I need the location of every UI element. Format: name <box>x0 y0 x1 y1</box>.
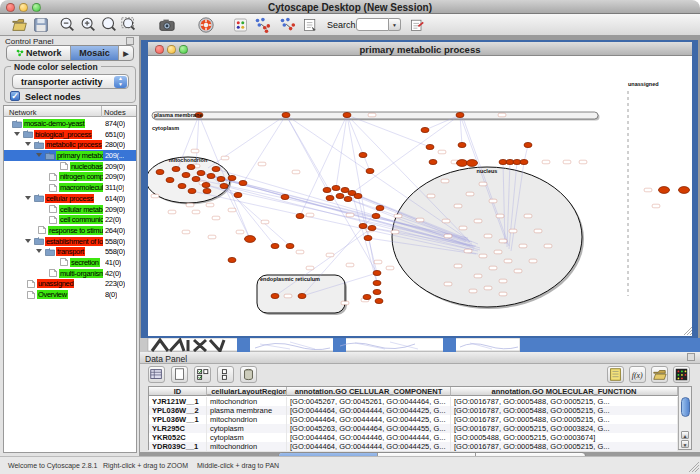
tree-row-label[interactable]: primary metabo <box>56 151 103 160</box>
tree-row[interactable]: multi-organism pro42(0) <box>4 268 136 279</box>
table-scrollbar[interactable]: ▲ ▼ <box>678 387 691 449</box>
select-nodes-checkbox[interactable]: ✓ <box>10 91 20 101</box>
tree-row[interactable]: establishment of lo558(0) <box>4 236 136 247</box>
table-cell[interactable]: [GO:0044464, GO:0044444, GO:0044425, G..… <box>287 406 451 415</box>
matrix-button[interactable] <box>673 366 690 383</box>
tree-row-label[interactable]: cell communicat <box>59 215 103 224</box>
table-cell[interactable]: [GO:0044464, GO:0044444, GO:0044425, G..… <box>287 415 451 424</box>
table-cell[interactable]: mitochondrion <box>207 397 287 406</box>
table-cell[interactable]: cytoplasm <box>207 433 287 442</box>
tree-expand-arrow[interactable] <box>25 239 31 243</box>
tree-row[interactable]: macromolecule311(0) <box>4 182 136 193</box>
tree-row[interactable]: nucleobase-209(0) <box>4 161 136 172</box>
help-ring-icon[interactable] <box>197 16 215 34</box>
zoom-out-icon[interactable] <box>58 16 76 34</box>
window-titlebar[interactable]: Cytoscape Desktop (New Session) <box>0 0 700 14</box>
data-panel-float-icon[interactable] <box>687 353 695 361</box>
tree-row-label[interactable]: unassigned <box>37 279 74 288</box>
tree-row[interactable]: response to stimulu264(0) <box>4 225 136 236</box>
apply-style-icon[interactable] <box>253 16 271 34</box>
table-cell[interactable]: [GO:0005488, GO:0005215, GO:0003674] <box>451 433 678 442</box>
tree-row[interactable]: nitrogen compo209(0) <box>4 171 136 182</box>
table-cell[interactable]: [GO:0045267, GO:0045261, GO:0044464, G..… <box>287 397 451 406</box>
tab-mosaic[interactable]: Mosaic <box>71 46 119 60</box>
tree-expand-arrow[interactable] <box>36 153 42 157</box>
table-cell[interactable]: YLR295C <box>149 424 207 433</box>
tree-row[interactable]: cell communicat22(0) <box>4 214 136 225</box>
tree-row[interactable]: cellular process614(0) <box>4 193 136 204</box>
table-cell[interactable]: YJR121W__1 <box>149 397 207 406</box>
zoom-selected-icon[interactable] <box>120 16 138 34</box>
tree-row[interactable]: cellular metabol209(0) <box>4 204 136 215</box>
table-cell[interactable]: [GO:0045263, GO:0044464, GO:0044455, G..… <box>287 424 451 433</box>
scroll-up-arrow[interactable]: ▲ <box>681 431 689 439</box>
table-cell[interactable]: cytoplasm <box>207 424 287 433</box>
tree-row-label[interactable]: macromolecule <box>59 183 103 192</box>
delete-attribute-button[interactable] <box>240 366 257 383</box>
tree-expand-arrow[interactable] <box>25 142 31 146</box>
table-cell[interactable]: YKR052C <box>149 433 207 442</box>
table-cell[interactable]: [GO:0016787, GO:0005488, GO:0005215, G..… <box>451 442 678 451</box>
open-folder-icon[interactable] <box>11 16 29 34</box>
table-cell[interactable]: [GO:0044464, GO:0044446, GO:0044444, G..… <box>287 433 451 442</box>
tree-row[interactable]: primary metabo209(... <box>4 150 136 161</box>
apply-layout-icon[interactable] <box>278 16 296 34</box>
table-column-header[interactable]: annotation.GO MOLECULAR_FUNCTION <box>451 387 678 396</box>
attribute-select-button[interactable] <box>148 366 165 383</box>
tab-network[interactable]: Network <box>7 46 71 60</box>
search-input[interactable] <box>356 18 389 31</box>
tree-col-network[interactable]: Network <box>9 108 37 117</box>
table-cell[interactable]: [GO:0016787, GO:0005488, GO:0005215, G..… <box>451 406 678 415</box>
tree-row[interactable]: unassigned223(0) <box>4 278 136 289</box>
table-cell[interactable]: plasma membrane <box>207 406 287 415</box>
tree-row-label[interactable]: mosaic-demo-yeast <box>23 119 85 128</box>
table-cell[interactable]: YPL036W__1 <box>149 415 207 424</box>
tree-row[interactable]: transport558(0) <box>4 246 136 257</box>
import-attributes-button[interactable] <box>651 366 668 383</box>
tree-row-label[interactable]: cellular process <box>45 194 94 203</box>
table-cell[interactable]: mitochondrion <box>207 442 287 451</box>
snapshot-icon[interactable] <box>158 16 176 34</box>
tree-row-label[interactable]: response to stimulu <box>48 226 103 235</box>
tree-row-label[interactable]: cellular metabol <box>59 205 103 214</box>
tab-overflow-arrow[interactable]: ▶ <box>119 46 133 60</box>
zoom-in-icon[interactable] <box>79 16 97 34</box>
tree-row[interactable]: Overview8(0) <box>4 289 136 300</box>
scroll-down-arrow[interactable]: ▼ <box>681 440 689 448</box>
notes-button[interactable] <box>607 366 624 383</box>
search-dropdown-button[interactable]: ▼ <box>389 18 401 31</box>
tree-row[interactable]: biological_process651(0) <box>4 129 136 140</box>
scrollbar-thumb[interactable] <box>681 397 690 417</box>
node-color-dropdown[interactable]: transporter activity ▲▼ <box>12 74 129 89</box>
tree-row-label[interactable]: nucleobase- <box>70 162 103 171</box>
tree-row[interactable]: metabolic process280(0) <box>4 139 136 150</box>
tree-row-label[interactable]: metabolic process <box>45 140 102 149</box>
tree-row-label[interactable]: Overview <box>37 290 68 299</box>
new-attribute-button[interactable] <box>171 366 188 383</box>
table-cell[interactable]: [GO:0016787, GO:0005488, GO:0005215, G..… <box>451 397 678 406</box>
tree-row-label[interactable]: biological_process <box>34 130 92 139</box>
unselect-attributes-button[interactable] <box>217 366 234 383</box>
function-builder-button[interactable]: f(x) <box>629 366 646 383</box>
table-cell[interactable]: [GO:0044464, GO:0044444, GO:0044425, G..… <box>287 442 451 451</box>
table-cell[interactable]: [GO:0016787, GO:0005488, GO:0005215, G..… <box>451 415 678 424</box>
tree-expand-arrow[interactable] <box>25 196 31 200</box>
network-window-titlebar[interactable]: primary metabolic process <box>148 42 692 56</box>
tree-row[interactable]: mosaic-demo-yeast874(0) <box>4 118 136 129</box>
tree-row-label[interactable]: transport <box>56 247 85 256</box>
layout-icon[interactable] <box>233 16 248 34</box>
float-panel-icon[interactable] <box>126 37 134 45</box>
tree-row[interactable]: secretion41(0) <box>4 257 136 268</box>
network-canvas[interactable]: plasma membranecytoplasmmitochondrionnuc… <box>148 56 692 336</box>
tree-expand-arrow[interactable] <box>36 249 42 253</box>
table-column-header[interactable]: _cellularLayoutRegion <box>207 387 287 396</box>
tree-row-label[interactable]: multi-organism pro <box>59 269 103 278</box>
search-config-icon[interactable] <box>409 16 425 34</box>
table-cell[interactable]: YPL036W__2 <box>149 406 207 415</box>
table-cell[interactable]: YDR039C__1 <box>149 442 207 451</box>
zoom-fit-icon[interactable] <box>100 16 118 34</box>
tree-expand-arrow[interactable] <box>14 132 20 136</box>
table-column-header[interactable]: ID <box>149 387 207 396</box>
tree-row-label[interactable]: nitrogen compo <box>59 172 103 181</box>
table-cell[interactable]: [GO:0016787, GO:0005215, GO:0003824, G..… <box>451 424 678 433</box>
